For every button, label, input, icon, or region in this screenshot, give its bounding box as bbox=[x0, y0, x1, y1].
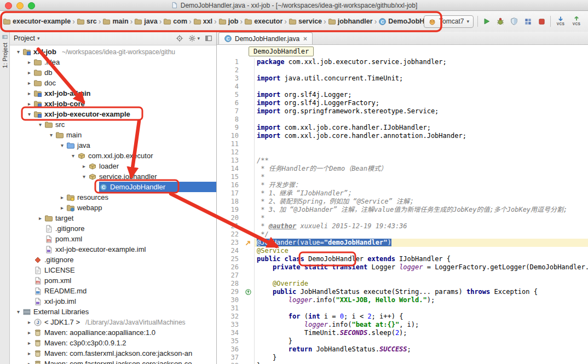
breadcrumb-item-main[interactable]: main bbox=[102, 18, 129, 26]
tree-node-label: db bbox=[44, 68, 52, 77]
tree-node-gitignore[interactable]: .gitignore bbox=[10, 223, 216, 234]
tab-demojobhandler[interactable]: C DemoJobHandler.java × bbox=[218, 32, 313, 44]
breadcrumb-item-executor[interactable]: executor bbox=[244, 18, 283, 26]
vcs-update-button[interactable]: VCS bbox=[555, 16, 567, 26]
close-tab-icon[interactable]: × bbox=[303, 35, 307, 43]
collapse-arrow-icon[interactable]: ▾ bbox=[58, 142, 66, 148]
breadcrumb-item-java[interactable]: java bbox=[134, 18, 158, 26]
vcs-commit-button[interactable]: VCS bbox=[570, 16, 583, 26]
tree-node-pom-xml[interactable]: mpom.xml bbox=[10, 275, 216, 286]
tree-node-external-libraries[interactable]: ▾External Libraries bbox=[10, 307, 216, 317]
expand-arrow-icon[interactable]: ▸ bbox=[25, 59, 33, 65]
tree-node-xxl-job-iml[interactable]: xxl-job.iml bbox=[10, 296, 216, 307]
breadcrumb-item-src[interactable]: src bbox=[76, 18, 97, 26]
coverage-button[interactable] bbox=[509, 16, 519, 26]
tree-node-webapp[interactable]: ▸webapp bbox=[10, 203, 216, 213]
tree-node-maven-com-fasterxml-jackson-core-jackson-an[interactable]: ▸Maven: com.fasterxml.jackson.core:jacks… bbox=[10, 348, 216, 359]
tree-node-service-jobhandler[interactable]: ▾service.jobhandler bbox=[10, 171, 216, 182]
expand-arrow-icon[interactable]: ▸ bbox=[25, 361, 33, 364]
tree-node-db[interactable]: ▸db bbox=[10, 67, 216, 78]
tree-node-java[interactable]: ▾java bbox=[10, 140, 216, 151]
expand-arrow-icon[interactable]: ▸ bbox=[25, 340, 33, 346]
expand-arrow-icon[interactable]: ▸ bbox=[25, 350, 33, 356]
tree-node-xxl-job-executor-example-iml[interactable]: xxl-job-executor-example.iml bbox=[10, 244, 216, 255]
package-icon bbox=[88, 172, 97, 181]
jar-icon bbox=[33, 360, 42, 364]
collapse-arrow-icon[interactable]: ▾ bbox=[69, 153, 77, 159]
expand-arrow-icon[interactable]: ▸ bbox=[25, 330, 33, 336]
gutter bbox=[243, 99, 255, 107]
collapse-arrow-icon[interactable]: ▾ bbox=[80, 174, 88, 180]
expand-arrow-icon[interactable]: ▸ bbox=[25, 70, 33, 76]
gutter bbox=[243, 124, 255, 132]
stop-button[interactable] bbox=[537, 16, 546, 26]
tree-node-xxl-job-executor-example[interactable]: ▾xxl-job-executor-example bbox=[10, 109, 216, 119]
tree-node-src[interactable]: ▾src bbox=[10, 119, 216, 130]
tree-node-main[interactable]: ▾main bbox=[10, 130, 216, 140]
folder-icon bbox=[163, 18, 171, 26]
tree-node-pom-xml[interactable]: mpom.xml bbox=[10, 234, 216, 244]
close-button[interactable] bbox=[5, 2, 12, 9]
gutter bbox=[243, 74, 255, 83]
tree-node-readme-md[interactable]: README.md bbox=[10, 286, 216, 296]
tree-node-doc[interactable]: ▸doc bbox=[10, 78, 216, 88]
tree-node-maven-c3p0-c3p0-0-9-1-2[interactable]: ▸Maven: c3p0:c3p0:0.9.1.2 bbox=[10, 338, 216, 348]
expand-arrow-icon[interactable]: ▸ bbox=[25, 319, 33, 325]
expand-arrow-icon[interactable]: ▸ bbox=[58, 205, 66, 211]
folder-icon bbox=[77, 18, 85, 26]
expand-arrow-icon[interactable]: ▸ bbox=[58, 194, 66, 200]
run-button[interactable] bbox=[482, 16, 492, 26]
project-view-select[interactable]: Project ▾ bbox=[14, 34, 39, 42]
tree-node-loader[interactable]: ▸loader bbox=[10, 161, 216, 171]
tree-node-label: xxl-job-core bbox=[44, 100, 85, 108]
breadcrumb-item-demojobhandler[interactable]: CDemoJobHandler bbox=[378, 18, 424, 26]
tree-node-maven-aopalliance-aopalliance-1-0[interactable]: ▸Maven: aopalliance:aopalliance:1.0 bbox=[10, 327, 216, 338]
breadcrumb-separator: › bbox=[322, 17, 327, 26]
tree-node-license[interactable]: LICENSE bbox=[10, 265, 216, 275]
locate-button[interactable] bbox=[176, 34, 183, 42]
collapse-arrow-icon[interactable]: ▾ bbox=[14, 49, 22, 55]
project-tool-button[interactable]: 1: Project bbox=[2, 43, 8, 68]
expand-arrow-icon[interactable]: ▸ bbox=[25, 101, 33, 107]
tree-node-jdk1-7[interactable]: ▸J< JDK1.7 >/Library/Java/JavaVirtualMac… bbox=[10, 317, 216, 327]
expand-arrow-icon[interactable]: ▸ bbox=[25, 80, 33, 86]
line-number: 31 bbox=[217, 304, 243, 313]
run-configuration-select[interactable]: Tomcat7 ▾ bbox=[424, 15, 474, 28]
expand-arrow-icon[interactable]: ▸ bbox=[36, 215, 44, 221]
breadcrumb-item-job[interactable]: job bbox=[218, 18, 239, 26]
breadcrumb-item-xxl[interactable]: xxl bbox=[193, 18, 213, 26]
code-editor[interactable]: 1package com.xxl.job.executor.service.jo… bbox=[217, 57, 588, 364]
breadcrumb-item-service[interactable]: service bbox=[288, 18, 322, 26]
hide-panel-button[interactable] bbox=[205, 34, 212, 42]
collapse-arrow-icon[interactable]: ▾ bbox=[25, 111, 33, 117]
tree-node-maven-com-fasterxml-jackson-core-jackson-co[interactable]: ▸Maven: com.fasterxml.jackson.core:jacks… bbox=[10, 359, 216, 364]
dashboard-button[interactable] bbox=[523, 16, 533, 26]
expand-arrow-icon[interactable]: ▸ bbox=[80, 163, 88, 169]
breadcrumb-item-jobhandler[interactable]: jobhandler bbox=[327, 18, 373, 26]
tree-node-com-xxl-job-executor[interactable]: ▾com.xxl.job.executor bbox=[10, 151, 216, 161]
tree-node-demojobhandler[interactable]: CDemoJobHandler bbox=[10, 182, 216, 192]
collapse-arrow-icon[interactable]: ▾ bbox=[36, 122, 44, 128]
gutter bbox=[243, 271, 255, 280]
tree-node-xxl-job[interactable]: ▾xxl-job~/workspaces/idea-git-workspace/… bbox=[10, 47, 216, 57]
breadcrumb-item-com[interactable]: com bbox=[163, 18, 188, 26]
breadcrumb-separator: › bbox=[129, 17, 134, 26]
breadcrumb-item-executor-example[interactable]: executor-example bbox=[2, 18, 71, 26]
zoom-button[interactable] bbox=[28, 2, 35, 9]
collapse-arrow-icon[interactable]: ▾ bbox=[14, 309, 22, 315]
tree-node-idea[interactable]: ▸.idea bbox=[10, 57, 216, 67]
collapse-arrow-icon[interactable]: ▾ bbox=[47, 132, 55, 138]
tree-node-target[interactable]: ▸target bbox=[10, 213, 216, 223]
expand-arrow-icon[interactable]: ▸ bbox=[25, 90, 33, 96]
settings-gear-button[interactable]: ▾ bbox=[188, 34, 200, 42]
minimize-button[interactable] bbox=[16, 2, 24, 9]
tree-node-xxl-job-core[interactable]: ▸xxl-job-core bbox=[10, 99, 216, 109]
tree-node-gitignore[interactable]: .gitignore bbox=[10, 255, 216, 265]
jar-icon bbox=[33, 339, 42, 348]
code-line-33: 33 logger.info("beat at:{}", i); bbox=[217, 321, 588, 329]
editor-breadcrumb[interactable]: DemoJobHandler bbox=[249, 47, 314, 56]
debug-button[interactable] bbox=[495, 16, 505, 26]
tree-node-resources[interactable]: ▸resources bbox=[10, 192, 216, 203]
tree-node-xxl-job-admin[interactable]: ▸xxl-job-admin bbox=[10, 88, 216, 99]
line-number: 33 bbox=[217, 321, 243, 329]
